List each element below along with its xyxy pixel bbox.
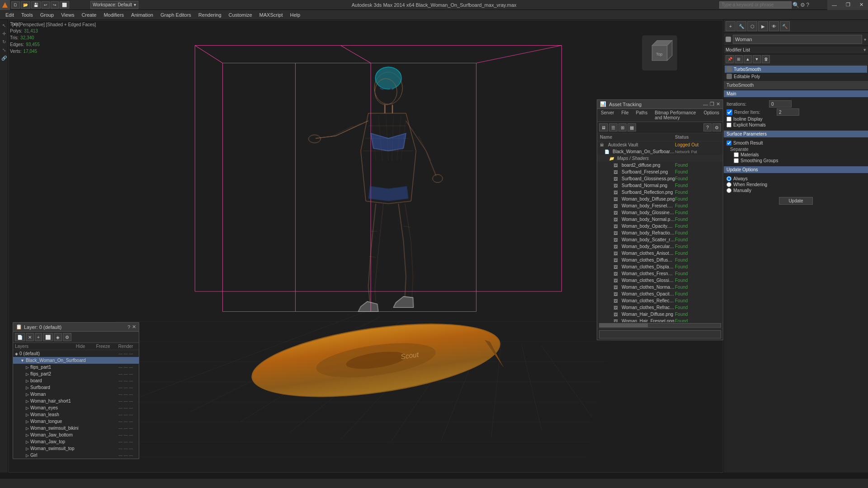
search-options-icon[interactable]: ⚙ bbox=[800, 2, 805, 8]
menu-help[interactable]: Help bbox=[287, 10, 304, 20]
asset-horizontal-scrollbar[interactable] bbox=[599, 323, 721, 328]
asset-item[interactable]: 🖼board2_diffuse.pngFound bbox=[597, 162, 723, 169]
asset-item[interactable]: 🏛Autodesk VaultLogged Out bbox=[597, 141, 723, 148]
rotate-button[interactable]: ↻ bbox=[0, 38, 8, 45]
layer-add-selected-button[interactable]: + bbox=[35, 333, 42, 341]
menu-customize[interactable]: Customize bbox=[225, 10, 256, 20]
layer-item[interactable]: ▷Woman_swimsuit_bikini— — — bbox=[13, 425, 139, 432]
modifier-list-dropdown-icon[interactable]: ▾ bbox=[863, 47, 866, 53]
layer-item[interactable]: ▷Surfboard— — — bbox=[13, 384, 139, 391]
menu-modifiers[interactable]: Modifiers bbox=[100, 10, 127, 20]
layer-item[interactable]: ▼Black_Woman_On_Surfboard— — — bbox=[13, 357, 139, 364]
layer-item[interactable]: ▷Girl— — — bbox=[13, 452, 139, 459]
new-button[interactable]: 🗋 bbox=[11, 1, 20, 9]
asset-tb-settings[interactable]: ⚙ bbox=[712, 123, 721, 131]
asset-item[interactable]: 🖼Woman_clothes_Displace.pngFound bbox=[597, 263, 723, 270]
asset-item[interactable]: 🖼Woman_body_Specular.pngFound bbox=[597, 243, 723, 250]
asset-minimize-button[interactable]: — bbox=[703, 101, 708, 107]
move-down-button[interactable]: ▼ bbox=[753, 55, 761, 63]
pin-modifier-button[interactable]: 📌 bbox=[726, 55, 734, 63]
layer-delete-button[interactable]: ✕ bbox=[26, 333, 34, 341]
menu-views[interactable]: Views bbox=[57, 10, 78, 20]
layer-item[interactable]: ▷flips_part1— — — bbox=[13, 364, 139, 371]
asset-tb-list[interactable]: ☰ bbox=[609, 123, 618, 131]
menu-rendering[interactable]: Rendering bbox=[195, 10, 225, 20]
modify-tab[interactable]: 🔧 bbox=[736, 21, 746, 31]
layer-item[interactable]: ▷Woman_tongue— — — bbox=[13, 418, 139, 425]
display-tab[interactable]: 👁 bbox=[769, 21, 779, 31]
when-rendering-radio[interactable] bbox=[726, 182, 731, 187]
layer-add-button[interactable]: 📄 bbox=[15, 333, 25, 341]
iterations-input[interactable] bbox=[769, 100, 792, 108]
asset-item[interactable]: 📁Maps / Shaders bbox=[597, 155, 723, 162]
workspace-selector[interactable]: Workspace: Default ▾ bbox=[90, 1, 138, 9]
layer-select-button[interactable]: ⬜ bbox=[43, 333, 53, 341]
asset-menu-paths[interactable]: Paths bbox=[632, 109, 651, 122]
asset-tb-table[interactable]: ▦ bbox=[627, 123, 636, 131]
select-button[interactable]: ↖ bbox=[0, 22, 8, 29]
close-button[interactable]: ✕ bbox=[855, 0, 868, 10]
menu-edit[interactable]: Edit bbox=[2, 10, 18, 20]
asset-item[interactable]: 🖼Woman_clothes_Refraction.pngFound bbox=[597, 304, 723, 311]
hierarchy-tab[interactable]: ⬡ bbox=[747, 21, 757, 31]
asset-restore-button[interactable]: ❐ bbox=[710, 101, 714, 107]
search-help-icon[interactable]: ? bbox=[806, 2, 809, 8]
menu-tools[interactable]: Tools bbox=[18, 10, 37, 20]
asset-item[interactable]: 🖼Surfboard_Normal.pngFound bbox=[597, 182, 723, 189]
asset-item[interactable]: 📄Black_Woman_On_Surfboard_max_vray.maxNe… bbox=[597, 148, 723, 155]
menu-animation[interactable]: Animation bbox=[127, 10, 157, 20]
delete-modifier-button[interactable]: 🗑 bbox=[762, 55, 770, 63]
menu-group[interactable]: Group bbox=[37, 10, 58, 20]
undo-button[interactable]: ↩ bbox=[42, 1, 50, 9]
scale-button[interactable]: ⤡ bbox=[0, 46, 8, 53]
layer-help-button[interactable]: ? bbox=[127, 324, 130, 330]
update-button[interactable]: Update bbox=[779, 197, 812, 205]
asset-close-button[interactable]: ✕ bbox=[716, 101, 720, 107]
move-up-button[interactable]: ▲ bbox=[744, 55, 752, 63]
layer-item[interactable]: ▷Woman_hair_short1— — — bbox=[13, 398, 139, 404]
modifier-params-scroll[interactable]: TurboSmooth Main Iterations: Render I bbox=[724, 81, 868, 473]
open-button[interactable]: 📂 bbox=[21, 1, 30, 9]
render-setup-button[interactable]: ⬜ bbox=[60, 1, 69, 9]
asset-item[interactable]: 🖼Woman_clothes_Glossiness.pngFound bbox=[597, 277, 723, 284]
explicit-normals-checkbox[interactable] bbox=[726, 122, 731, 127]
asset-item[interactable]: 🖼Woman_body_Opacity.pngFound bbox=[597, 223, 723, 230]
asset-tb-thumb[interactable]: ⊞ bbox=[618, 123, 627, 131]
move-button[interactable]: ✛ bbox=[0, 30, 8, 37]
asset-item[interactable]: 🖼Woman_clothes_Anisotropy.pngFound bbox=[597, 250, 723, 257]
asset-item[interactable]: 🖼Woman_body_Glossiness.pngFound bbox=[597, 209, 723, 216]
layer-item[interactable]: ▷flips_part2— — — bbox=[13, 371, 139, 377]
asset-item[interactable]: 🖼Woman_body_Fresnel.pngFound bbox=[597, 202, 723, 209]
render-iters-checkbox[interactable] bbox=[726, 109, 732, 115]
modifier-item-turbosmooth[interactable]: TurboSmooth bbox=[725, 66, 867, 73]
search-input[interactable] bbox=[719, 1, 792, 9]
asset-item[interactable]: 🖼Woman_clothes_Opacity.pngFound bbox=[597, 291, 723, 297]
asset-menu-file[interactable]: File bbox=[618, 109, 632, 122]
always-radio[interactable] bbox=[726, 176, 731, 181]
layer-item[interactable]: ▷Woman_swimsuit_top— — — bbox=[13, 445, 139, 452]
menu-maxscript[interactable]: MAXScript bbox=[256, 10, 287, 20]
object-name-input[interactable] bbox=[733, 35, 862, 44]
modifier-item-editable-poly[interactable]: Editable Poly bbox=[725, 73, 867, 80]
layer-item[interactable]: ▷Woman_eyes— — — bbox=[13, 404, 139, 411]
asset-item[interactable]: 🖼Surfboard_Reflection.pngFound bbox=[597, 189, 723, 196]
asset-item[interactable]: 🖼Woman_clothes_Normal.pngFound bbox=[597, 284, 723, 291]
search-icon[interactable]: 🔍 bbox=[793, 2, 799, 8]
manually-radio[interactable] bbox=[726, 188, 731, 193]
asset-menu-options[interactable]: Options bbox=[700, 109, 723, 122]
isoline-checkbox[interactable] bbox=[726, 117, 731, 122]
layer-item[interactable]: ▷Woman_Jaw_top— — — bbox=[13, 438, 139, 445]
show-all-subtrees-button[interactable]: ⊞ bbox=[735, 55, 743, 63]
asset-menu-bitmap[interactable]: Bitmap Performance and Memory bbox=[651, 109, 700, 122]
asset-tb-server[interactable]: 🖥 bbox=[599, 123, 608, 131]
asset-path-input[interactable] bbox=[599, 330, 721, 338]
restore-button[interactable]: ❐ bbox=[841, 0, 855, 10]
asset-item[interactable]: 🖼Woman_clothes_Reflection.pngFound bbox=[597, 297, 723, 304]
asset-item[interactable]: 🖼Woman_clothes_Diffuse.pngFound bbox=[597, 257, 723, 263]
save-button[interactable]: 💾 bbox=[31, 1, 41, 9]
layer-highlight-button[interactable]: ◈ bbox=[54, 333, 62, 341]
asset-tb-help[interactable]: ? bbox=[703, 123, 712, 131]
link-button[interactable]: 🔗 bbox=[0, 54, 8, 61]
asset-item[interactable]: 🖼Woman_body_Diffuse.pngFound bbox=[597, 196, 723, 202]
asset-item[interactable]: 🖼Surfboard_Glossiness.pngFound bbox=[597, 175, 723, 182]
